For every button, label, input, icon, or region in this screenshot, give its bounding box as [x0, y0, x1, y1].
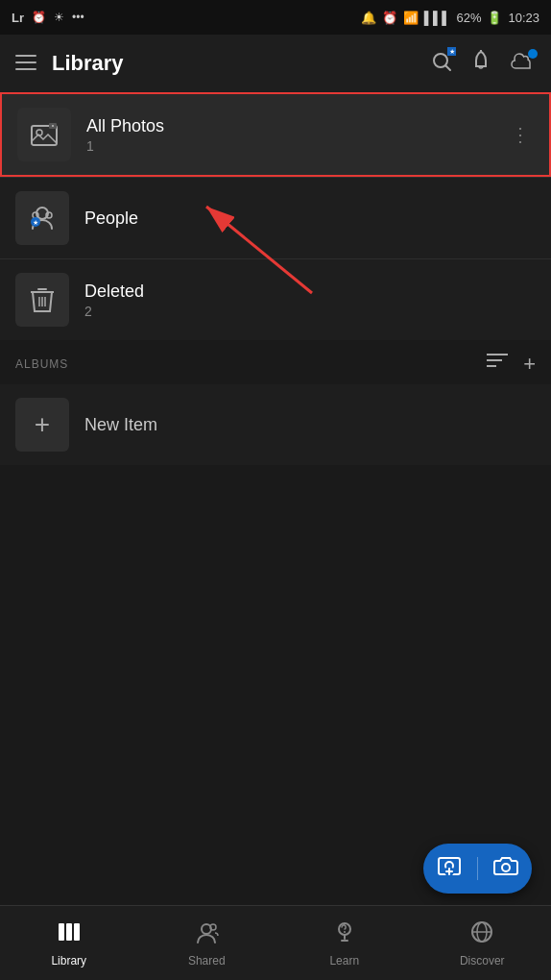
svg-rect-31 [59, 923, 64, 941]
svg-rect-2 [15, 68, 36, 70]
new-item-label: New Item [84, 415, 157, 435]
people-item[interactable]: ★ People [0, 178, 551, 258]
all-photos-count: 1 [86, 138, 491, 154]
people-section: ★ People [0, 178, 551, 258]
status-bar: Lr ⏰ ☀ ••• 🔔 ⏰ 📶 ▌▌▌ 62% 🔋 10:23 [0, 0, 551, 35]
alarm-icon: ⏰ [32, 11, 46, 24]
svg-point-39 [344, 931, 346, 933]
battery-shield-icon: 🔔 [361, 11, 376, 25]
sort-icon[interactable] [487, 352, 508, 377]
deleted-info: Deleted 2 [84, 282, 536, 319]
discover-tab-label: Discover [460, 954, 505, 968]
new-item-icon: + [15, 398, 69, 452]
battery-percent: 62% [456, 11, 481, 25]
sun-icon: ☀ [54, 11, 64, 24]
add-photo-fab-icon[interactable] [437, 853, 462, 884]
people-icon: ★ [15, 191, 69, 245]
learn-tab-icon [332, 919, 357, 950]
signal-icon: ▌▌▌ [424, 11, 451, 25]
discover-tab-icon [469, 919, 494, 950]
all-photos-more-icon[interactable]: ⋮ [507, 119, 534, 150]
top-nav: Library ★ [0, 35, 551, 92]
all-photos-icon [17, 108, 71, 161]
albums-header: ALBUMS + [0, 340, 551, 384]
deleted-item[interactable]: Deleted 2 [0, 259, 551, 340]
svg-rect-0 [15, 55, 36, 57]
all-photos-item[interactable]: All Photos 1 ⋮ [0, 92, 551, 177]
learn-tab-label: Learn [329, 954, 359, 968]
notification-bell-icon[interactable] [470, 50, 491, 77]
add-album-icon[interactable]: + [523, 352, 536, 377]
albums-label: ALBUMS [15, 357, 487, 371]
svg-text:★: ★ [33, 219, 38, 226]
all-photos-title: All Photos [86, 116, 491, 136]
more-dots-icon: ••• [72, 11, 84, 24]
svg-line-4 [446, 66, 451, 71]
svg-rect-33 [74, 923, 80, 941]
battery-icon: 🔋 [487, 11, 502, 25]
people-title: People [84, 208, 536, 229]
cloud-sync-icon[interactable] [509, 51, 536, 77]
hamburger-menu-icon[interactable] [15, 53, 36, 75]
cloud-status-dot [528, 49, 538, 59]
new-item-row[interactable]: + New Item [0, 384, 551, 465]
svg-rect-32 [66, 923, 72, 941]
camera-fab-icon[interactable] [493, 855, 518, 882]
lr-icon: Lr [12, 11, 24, 25]
fab-button[interactable] [423, 844, 532, 894]
tab-learn[interactable]: Learn [276, 906, 414, 980]
albums-actions: + [487, 352, 536, 377]
deleted-count: 2 [84, 304, 536, 319]
status-right: 🔔 ⏰ 📶 ▌▌▌ 62% 🔋 10:23 [361, 11, 539, 25]
svg-point-30 [502, 864, 510, 871]
tab-shared[interactable]: Shared [138, 906, 276, 980]
shared-tab-label: Shared [188, 954, 226, 968]
deleted-title: Deleted [84, 282, 536, 302]
all-photos-info: All Photos 1 [86, 116, 491, 154]
deleted-icon [15, 273, 69, 327]
all-photos-section: All Photos 1 ⋮ [0, 92, 551, 177]
shared-tab-icon [194, 919, 219, 950]
time-display: 10:23 [508, 11, 539, 25]
tab-discover[interactable]: Discover [414, 906, 552, 980]
deleted-section: Deleted 2 [0, 259, 551, 340]
svg-point-34 [202, 924, 211, 934]
clock-icon: ⏰ [382, 11, 397, 25]
nav-icons: ★ [430, 50, 536, 77]
search-button[interactable]: ★ [430, 50, 453, 77]
library-tab-icon [57, 919, 82, 950]
library-tab-label: Library [51, 954, 86, 968]
fab-divider [477, 857, 478, 880]
status-left: Lr ⏰ ☀ ••• [12, 11, 84, 25]
people-info: People [84, 208, 536, 229]
page-title: Library [52, 51, 415, 76]
svg-rect-1 [15, 61, 36, 63]
wifi-icon: 📶 [403, 11, 419, 25]
tab-library[interactable]: Library [0, 906, 138, 980]
bottom-nav: Library Shared Learn [0, 905, 551, 980]
